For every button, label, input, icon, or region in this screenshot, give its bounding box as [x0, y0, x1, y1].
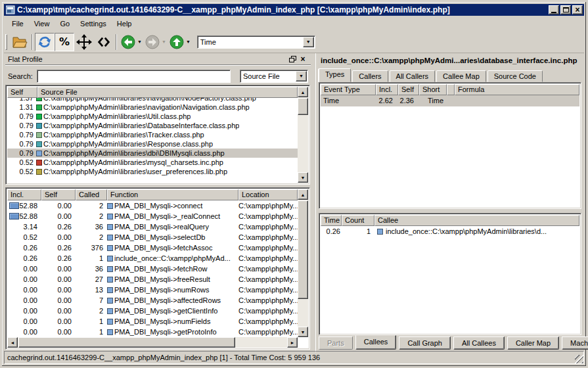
scroll-down-icon[interactable]: ▼: [298, 172, 308, 183]
function-row[interactable]: 0.520.002PMA_DBI_Mysqli->selectDbC:\xamp…: [7, 232, 298, 242]
dock-title-bar[interactable]: Flat Profile ×: [5, 53, 311, 66]
chevron-down-icon[interactable]: ▼: [296, 71, 307, 81]
scroll-down-icon[interactable]: ▼: [298, 327, 308, 337]
column-header-self[interactable]: Self: [398, 84, 419, 95]
bottom-tab-all-callees[interactable]: All Callees: [453, 336, 505, 350]
back-button[interactable]: ▼: [120, 34, 142, 50]
column-header-time[interactable]: Time: [321, 215, 342, 226]
function-row[interactable]: 0.000.001PMA_DBI_Mysqli->getProtoInfoC:\…: [7, 327, 298, 337]
function-row[interactable]: 0.000.0013PMA_DBI_Mysqli->numRowsC:\xamp…: [7, 285, 298, 295]
toolbar-handle[interactable]: [5, 34, 7, 50]
function-row[interactable]: 0.000.001PMA_DBI_Mysqli->numFieldsC:\xam…: [7, 316, 298, 327]
source-file-row[interactable]: 1.31C:\xampp\phpMyAdmin\libraries\naviga…: [7, 103, 298, 112]
source-file-row[interactable]: 0.79C:\xampp\phpMyAdmin\libraries\Util.c…: [7, 112, 298, 121]
scrollbar-thumb[interactable]: [298, 98, 308, 115]
grouping-combobox[interactable]: Source File ▼: [240, 70, 308, 83]
function-row[interactable]: 0.000.0036PMA_DBI_Mysqli->fetchRowC:\xam…: [7, 264, 298, 274]
event-type-combobox[interactable]: Time ▼: [197, 35, 315, 49]
scroll-up-icon[interactable]: ▲: [298, 189, 308, 200]
column-header-event-type[interactable]: Event Type: [321, 84, 376, 95]
toolbar-separator: [32, 34, 33, 50]
dock-float-button[interactable]: [287, 55, 298, 64]
relative-percent-button[interactable]: %: [55, 33, 74, 51]
menu-item-help[interactable]: Help: [112, 18, 137, 30]
close-button[interactable]: ×: [572, 5, 583, 14]
bottom-tab-parts[interactable]: Parts: [319, 336, 353, 350]
function-row[interactable]: 0.000.0027PMA_DBI_Mysqli->freeResultC:\x…: [7, 274, 298, 285]
function-row[interactable]: 52.880.002PMA_DBI_Mysqli->connectC:\xamp…: [7, 200, 298, 211]
callee-row[interactable]: 0.261include_once::C:\xampp\phpMyAdmin\l…: [321, 226, 579, 237]
tab-source-code[interactable]: Source Code: [487, 70, 543, 82]
source-file-row[interactable]: 0.79C:\xampp\phpMyAdmin\libraries\Databa…: [7, 121, 298, 130]
search-input[interactable]: [37, 70, 231, 83]
bottom-tab-caller-map[interactable]: Caller Map: [507, 336, 559, 350]
bottom-tab-call-graph[interactable]: Call Graph: [399, 336, 451, 350]
called-count-cell: 7: [76, 295, 107, 306]
vertical-scrollbar[interactable]: ▲ ▼: [298, 87, 308, 183]
function-row[interactable]: 0.000.002PMA_DBI_Mysqli->getClientInfoC:…: [7, 306, 298, 316]
vertical-scrollbar[interactable]: ▲ ▼: [298, 189, 308, 337]
dock-layout-button[interactable]: [74, 33, 94, 51]
function-row[interactable]: 0.000.007PMA_DBI_Mysqli->affectedRowsC:\…: [7, 295, 298, 306]
menu-item-view[interactable]: View: [29, 18, 55, 30]
chevron-down-icon[interactable]: ▼: [303, 37, 314, 47]
scrollbar-thumb[interactable]: [18, 337, 235, 348]
column-header-incl[interactable]: Incl.: [7, 189, 41, 200]
source-file-row[interactable]: 1.37C:\xampp\phpMyAdmin\libraries\naviga…: [7, 98, 298, 103]
tab-callee-map[interactable]: Callee Map: [436, 70, 486, 82]
source-file-row[interactable]: 0.79C:\xampp\phpMyAdmin\libraries\Tracke…: [7, 130, 298, 139]
event-type-row[interactable]: Time2.622.36Time: [321, 95, 579, 106]
source-file-row[interactable]: 0.52C:\xampp\phpMyAdmin\libraries\mysql_…: [7, 158, 298, 167]
detail-panel: include_once::C:\xampp\phpMyAdmi...aries…: [315, 53, 584, 352]
function-row[interactable]: 0.260.261include_once::C:\xampp\phpMyAd.…: [7, 253, 298, 264]
column-header-called[interactable]: Called: [76, 189, 107, 200]
maximize-button[interactable]: [560, 5, 571, 14]
column-header-source-file[interactable]: Source File: [37, 87, 298, 98]
scrollbar-thumb[interactable]: [298, 200, 308, 299]
column-header-self[interactable]: Self: [7, 87, 37, 98]
scroll-up-icon[interactable]: ▲: [298, 87, 308, 97]
source-file-row[interactable]: 0.79C:\xampp\phpMyAdmin\libraries\dbi\DB…: [7, 149, 298, 158]
scroll-left-icon[interactable]: ◄: [7, 337, 18, 348]
function-row[interactable]: 52.880.002PMA_DBI_Mysqli->_realConnectC:…: [7, 211, 298, 221]
dock-close-button[interactable]: ×: [298, 55, 308, 64]
tab-types[interactable]: Types: [319, 68, 351, 82]
column-header-incl[interactable]: Incl.: [376, 84, 398, 95]
function-row[interactable]: 0.260.26376PMA_DBI_Mysqli->fetchAssocC:\…: [7, 242, 298, 253]
bottom-tab-machine[interactable]: Machine: [562, 336, 588, 350]
horizontal-scrollbar[interactable]: ◄ ►: [7, 337, 298, 348]
back-dropdown-icon[interactable]: ▼: [137, 39, 142, 44]
flat-profile-dock: Flat Profile × Search: Source File ▼ Sel…: [4, 53, 312, 352]
tab-callers[interactable]: Callers: [352, 70, 388, 82]
title-bar[interactable]: C:\xampp\tmp\cachegrind.out.1416463299-C…: [4, 4, 584, 16]
open-file-button[interactable]: [10, 33, 30, 51]
function-icon: [107, 277, 113, 283]
self-cost-cell: 0.26: [41, 253, 76, 264]
bottom-tab-callees[interactable]: Callees: [355, 335, 397, 350]
menu-item-go[interactable]: Go: [55, 18, 75, 30]
function-row[interactable]: 3.140.2636PMA_DBI_Mysqli->realQueryC:\xa…: [7, 221, 298, 232]
cycle-detection-button[interactable]: [35, 33, 55, 51]
column-header-location[interactable]: Location: [238, 189, 298, 200]
column-header-self[interactable]: Self: [41, 189, 76, 200]
tab-all-callers[interactable]: All Callers: [390, 70, 436, 82]
incl-cost-cell: 0.00: [7, 285, 41, 295]
column-header-function[interactable]: Function: [107, 189, 238, 200]
detail-tab-bar: TypesCallersAll CallersCallee MapSource …: [319, 68, 581, 82]
column-header-formula[interactable]: Formula: [455, 84, 579, 95]
minimize-button[interactable]: [549, 5, 559, 14]
column-header-count[interactable]: Count: [342, 215, 374, 226]
resize-grip[interactable]: [575, 355, 583, 363]
column-header-callee[interactable]: Callee: [374, 215, 579, 226]
menu-item-file[interactable]: File: [7, 18, 29, 30]
menu-item-settings[interactable]: Settings: [75, 18, 112, 30]
source-file-row[interactable]: 0.52C:\xampp\phpMyAdmin\libraries\user_p…: [7, 167, 298, 176]
self-cost-cell: 0.00: [41, 232, 76, 242]
source-file-row[interactable]: 0.79C:\xampp\phpMyAdmin\libraries\Respon…: [7, 139, 298, 149]
column-header-spacer[interactable]: [447, 84, 455, 95]
up-dropdown-icon[interactable]: ▼: [186, 39, 191, 44]
scroll-right-icon[interactable]: ►: [287, 337, 298, 348]
up-button[interactable]: ▼: [169, 34, 191, 50]
column-header-short[interactable]: Short: [419, 84, 447, 95]
expand-collapse-button[interactable]: [94, 33, 114, 51]
